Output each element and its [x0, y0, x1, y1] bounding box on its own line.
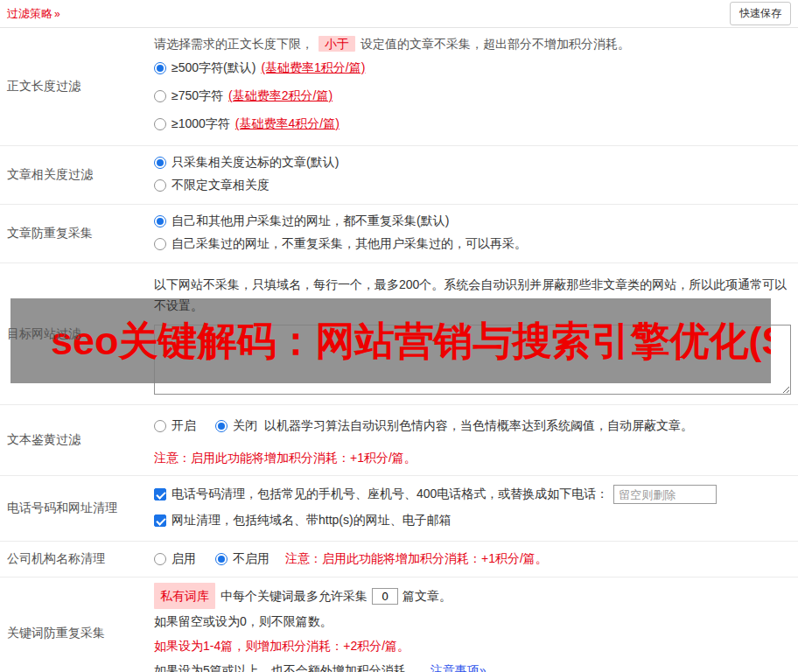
radio-750-chars[interactable] [154, 90, 166, 102]
section-dedup-collection: 文章防重复采集 自己和其他用户采集过的网址，都不重复采集(默认) 自己采集过的网… [0, 205, 798, 263]
intro-prefix: 请选择需求的正文长度下限， [154, 37, 313, 51]
intro-highlight: 小于 [318, 36, 355, 52]
company-cleanup-options: 启用 不启用 注意：启用此功能将增加积分消耗：+1积分/篇。 [154, 549, 791, 570]
option-rate-note: (基础费率2积分/篇) [228, 88, 332, 104]
target-sites-description: 以下网站不采集，只填域名，每行一个，最多200个。系统会自动识别并屏蔽那些非文章… [154, 269, 791, 316]
option-label: 不启用 [233, 551, 270, 567]
option-relevance-any[interactable]: 不限定文章相关度 [154, 174, 791, 197]
section-body-length-filter: 正文长度过滤 请选择需求的正文长度下限，小于设定值的文章不采集，超出部分不增加积… [0, 28, 798, 146]
double-chevron-icon[interactable]: » [54, 8, 60, 20]
section-content: 请选择需求的正文长度下限，小于设定值的文章不采集，超出部分不增加积分消耗。 ≥5… [152, 28, 798, 145]
max-articles-input[interactable] [372, 588, 398, 605]
section-label: 目标网站过滤 [0, 263, 152, 404]
section-content: 电话号码清理，包括常见的手机号、座机号、400电话格式，或替换成如下电话： 网址… [152, 476, 798, 541]
section-label: 文章防重复采集 [0, 205, 152, 262]
url-cleanup-option[interactable]: 网址清理，包括纯域名、带http(s)的网址、电子邮箱 [154, 508, 791, 534]
section-content: 自己和其他用户采集过的网址，都不重复采集(默认) 自己采集过的网址，不重复采集，… [152, 205, 798, 262]
option-dedup-self-only[interactable]: 自己采集过的网址，不重复采集，其他用户采集过的，可以再采。 [154, 233, 791, 256]
section-label: 文章相关度过滤 [0, 146, 152, 204]
double-chevron-icon: » [480, 663, 486, 672]
option-label: 自己采集过的网址，不重复采集，其他用户采集过的，可以再采。 [172, 236, 527, 252]
keyword-note-unlimited: 如果留空或设为0，则不限篇数。 [154, 609, 791, 634]
section-porn-filter: 文本鉴黄过滤 开启 关闭 以机器学习算法自动识别色情内容，当色情概率达到系统阈值… [0, 405, 798, 476]
body-length-intro: 请选择需求的正文长度下限，小于设定值的文章不采集，超出部分不增加积分消耗。 [154, 33, 791, 54]
radio-dedup-self-only[interactable] [154, 238, 166, 250]
intro-suffix: 设定值的文章不采集，超出部分不增加积分消耗。 [360, 37, 630, 51]
radio-dedup-all-users[interactable] [154, 215, 166, 228]
option-750-chars[interactable]: ≥750字符 (基础费率2积分/篇) [154, 82, 791, 110]
section-label: 文本鉴黄过滤 [0, 405, 152, 475]
private-lexicon-chip: 私有词库 [154, 583, 215, 609]
radio-porn-filter-on[interactable] [154, 420, 166, 432]
keyword-note-five-plus: 如果设为5篇或以上，也不会额外增加积分消耗。 注意事项» [154, 658, 791, 672]
checkbox-phone-cleanup[interactable] [154, 488, 166, 500]
option-rate-note: (基础费率1积分/篇) [261, 60, 365, 76]
section-company-name-cleanup: 公司机构名称清理 启用 不启用 注意：启用此功能将增加积分消耗：+1积分/篇。 [0, 542, 798, 578]
keyword-note-five-plus-text: 如果设为5篇或以上，也不会额外增加积分消耗。 [154, 658, 418, 672]
phone-cleanup-option[interactable]: 电话号码清理，包括常见的手机号、座机号、400电话格式，或替换成如下电话： [154, 481, 791, 508]
replacement-phone-input[interactable] [613, 485, 717, 504]
option-1000-chars[interactable]: ≥1000字符 (基础费率4积分/篇) [154, 110, 791, 138]
page-title-text: 过滤策略 [7, 7, 52, 20]
section-label: 关键词防重复采集 [0, 578, 152, 672]
keyword-limit-line: 私有词库 中每个关键词最多允许采集 篇文章。 [154, 583, 791, 609]
radio-porn-filter-off[interactable] [215, 420, 228, 432]
option-rate-note: (基础费率4积分/篇) [235, 116, 340, 132]
quick-save-button[interactable]: 快速保存 [730, 2, 791, 25]
section-relevance-filter: 文章相关度过滤 只采集相关度达标的文章(默认) 不限定文章相关度 [0, 146, 798, 205]
option-relevance-only[interactable]: 只采集相关度达标的文章(默认) [154, 151, 791, 174]
section-keyword-dedup: 关键词防重复采集 私有词库 中每个关键词最多允许采集 篇文章。 如果留空或设为0… [0, 578, 798, 672]
option-label: 只采集相关度达标的文章(默认) [172, 155, 339, 171]
porn-filter-description: 以机器学习算法自动识别色情内容，当色情概率达到系统阈值，自动屏蔽文章。 [264, 418, 693, 434]
top-bar: 过滤策略» 快速保存 [0, 0, 798, 28]
option-label: ≥750字符 [172, 88, 223, 104]
notes-link[interactable]: 注意事项» [430, 658, 486, 672]
section-content: 私有词库 中每个关键词最多允许采集 篇文章。 如果留空或设为0，则不限篇数。 如… [152, 578, 798, 672]
option-label: 网址清理，包括纯域名、带http(s)的网址、电子邮箱 [172, 513, 452, 528]
option-label: 启用 [172, 551, 196, 567]
radio-500-chars[interactable] [154, 62, 166, 74]
option-label: ≥500字符(默认) [172, 60, 256, 76]
checkbox-url-cleanup[interactable] [154, 514, 166, 527]
page-title: 过滤策略» [7, 6, 60, 22]
section-phone-url-cleanup: 电话号码和网址清理 电话号码清理，包括常见的手机号、座机号、400电话格式，或替… [0, 476, 798, 542]
section-label: 正文长度过滤 [0, 28, 152, 145]
radio-1000-chars[interactable] [154, 118, 166, 130]
option-label: 电话号码清理，包括常见的手机号、座机号、400电话格式，或替换成如下电话： [172, 486, 608, 502]
section-label: 电话号码和网址清理 [0, 476, 152, 541]
porn-filter-cost-note: 注意：启用此功能将增加积分消耗：+1积分/篇。 [154, 447, 791, 468]
option-500-chars[interactable]: ≥500字符(默认) (基础费率1积分/篇) [154, 54, 791, 82]
porn-filter-options: 开启 关闭 以机器学习算法自动识别色情内容，当色情概率达到系统阈值，自动屏蔽文章… [154, 416, 791, 437]
radio-relevance-any[interactable] [154, 179, 166, 192]
company-cleanup-cost-note: 注意：启用此功能将增加积分消耗：+1积分/篇。 [285, 551, 548, 567]
section-label: 公司机构名称清理 [0, 542, 152, 577]
radio-company-cleanup-on[interactable] [154, 553, 166, 565]
option-label: 开启 [172, 418, 196, 434]
keyword-note-cost: 如果设为1-4篇，则增加积分消耗：+2积分/篇。 [154, 634, 791, 658]
radio-relevance-only[interactable] [154, 157, 166, 169]
option-label: 自己和其他用户采集过的网址，都不重复采集(默认) [172, 214, 449, 229]
keyword-limit-suffix: 篇文章。 [402, 584, 452, 608]
option-dedup-all-users[interactable]: 自己和其他用户采集过的网址，都不重复采集(默认) [154, 210, 791, 233]
option-label: 不限定文章相关度 [172, 178, 270, 193]
section-content: 只采集相关度达标的文章(默认) 不限定文章相关度 [152, 146, 798, 204]
option-label: 关闭 [233, 418, 257, 434]
option-label: ≥1000字符 [172, 116, 230, 132]
section-content: 启用 不启用 注意：启用此功能将增加积分消耗：+1积分/篇。 [152, 542, 798, 577]
notes-link-text: 注意事项 [430, 663, 480, 672]
radio-company-cleanup-off[interactable] [215, 553, 228, 565]
section-content: 开启 关闭 以机器学习算法自动识别色情内容，当色情概率达到系统阈值，自动屏蔽文章… [152, 405, 798, 475]
keyword-limit-text: 中每个关键词最多允许采集 [220, 584, 368, 608]
